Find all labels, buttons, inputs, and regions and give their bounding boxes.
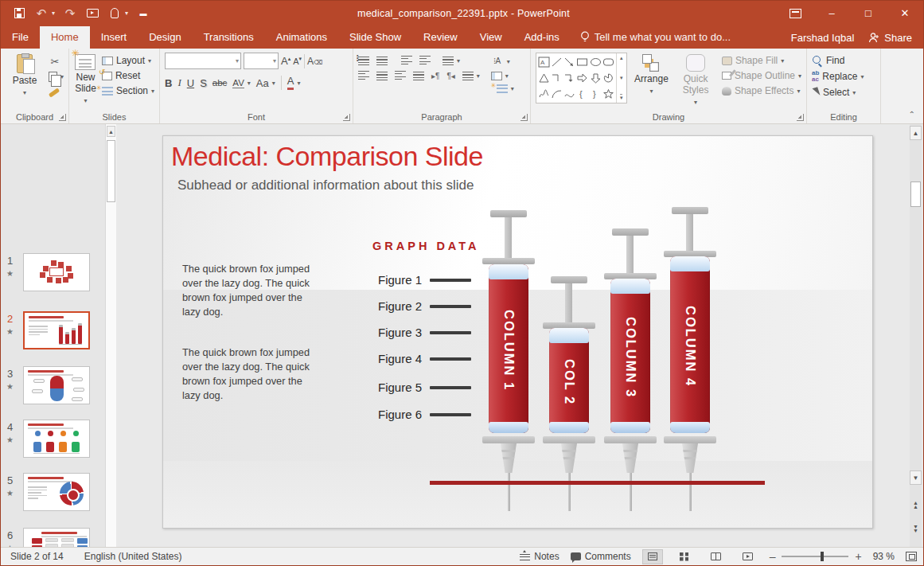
zoom-in-icon[interactable]: +: [855, 551, 861, 562]
thumbnail-scrollbar[interactable]: ▲: [105, 124, 116, 547]
comments-button[interactable]: Comments: [571, 551, 631, 562]
reset-button[interactable]: Reset: [102, 70, 154, 81]
rtl-text-icon[interactable]: ¶◂: [446, 72, 454, 80]
notes-button[interactable]: Notes: [520, 551, 559, 562]
tab-slide-show[interactable]: Slide Show: [338, 26, 412, 49]
language-indicator[interactable]: English (United States): [84, 551, 182, 562]
tab-design[interactable]: Design: [138, 26, 192, 49]
shapes-scroll-down-icon[interactable]: ▾: [620, 75, 623, 81]
text-direction-icon[interactable]: ⦙A: [491, 55, 504, 68]
decrease-indent-icon[interactable]: [401, 56, 412, 65]
shape-effects-button[interactable]: Shape Effects▾: [722, 85, 801, 96]
change-case-button[interactable]: Aa: [256, 77, 269, 89]
format-painter-icon[interactable]: [49, 88, 60, 97]
syringe-column-1[interactable]: COLUMN 1: [489, 136, 528, 529]
undo-icon[interactable]: ↶: [34, 6, 49, 21]
columns-icon[interactable]: [462, 72, 474, 80]
paragraph-dialog-launcher-icon[interactable]: [520, 114, 528, 121]
zoom-level[interactable]: 93 %: [873, 551, 895, 562]
clear-formatting-icon[interactable]: A⌫: [307, 56, 322, 67]
zoom-out-icon[interactable]: –: [770, 551, 776, 562]
shape-right-brace-icon[interactable]: }: [590, 88, 602, 100]
slideshow-view-button[interactable]: [738, 549, 758, 564]
italic-button[interactable]: I: [177, 76, 181, 89]
ltr-text-icon[interactable]: ▸¶: [431, 72, 439, 80]
maximize-icon[interactable]: □: [850, 1, 887, 25]
touch-mode-dropdown-icon[interactable]: ▾: [125, 10, 128, 17]
increase-font-size-icon[interactable]: A▴: [281, 55, 290, 67]
figure-row[interactable]: Figure 3: [354, 326, 481, 339]
body-text-1[interactable]: The quick brown fox jumped over the lazy…: [182, 262, 319, 320]
shape-triangle-icon[interactable]: [538, 72, 550, 84]
increase-indent-icon[interactable]: [419, 56, 431, 65]
ribbon-display-options-icon[interactable]: [777, 1, 813, 25]
shape-scribble-icon[interactable]: [538, 88, 550, 100]
tab-animations[interactable]: Animations: [265, 26, 338, 49]
scroll-up-icon[interactable]: ▲: [910, 126, 922, 140]
convert-smartart-icon[interactable]: [497, 84, 508, 93]
tab-home[interactable]: Home: [40, 26, 90, 49]
redo-icon[interactable]: ↷: [63, 6, 77, 21]
figure-row[interactable]: Figure 1: [354, 273, 481, 287]
fit-slide-to-window-icon[interactable]: [906, 552, 917, 561]
collapse-ribbon-icon[interactable]: ⌃: [909, 110, 915, 119]
underline-button[interactable]: U: [187, 77, 194, 89]
shapes-gallery[interactable]: A { }: [536, 53, 627, 103]
shape-fill-button[interactable]: Shape Fill▾: [722, 55, 801, 66]
syringe-column-2[interactable]: COL 2: [549, 136, 589, 529]
font-color-button[interactable]: A: [287, 76, 294, 90]
shape-curve-icon[interactable]: [563, 88, 575, 100]
strikethrough-button[interactable]: abc: [212, 78, 228, 88]
character-spacing-button[interactable]: AV: [232, 78, 244, 88]
shape-pie-icon[interactable]: [602, 72, 614, 84]
start-slideshow-icon[interactable]: [85, 6, 99, 21]
cut-icon[interactable]: ✂: [49, 55, 61, 68]
tab-review[interactable]: Review: [412, 26, 469, 49]
bold-button[interactable]: B: [165, 77, 172, 89]
layout-button[interactable]: Layout▾: [102, 55, 154, 66]
shape-rectangle-icon[interactable]: [576, 57, 588, 68]
figure-row[interactable]: Figure 2: [354, 299, 481, 313]
tab-insert[interactable]: Insert: [90, 26, 138, 49]
signed-in-user[interactable]: Farshad Iqbal: [791, 32, 855, 44]
shape-oval-icon[interactable]: [590, 57, 602, 68]
shape-outline-button[interactable]: Shape Outline▾: [722, 70, 801, 81]
quick-styles-button[interactable]: Quick Styles ▾: [676, 53, 715, 106]
customize-qat-icon[interactable]: ▬: [136, 6, 150, 21]
tab-view[interactable]: View: [469, 26, 513, 49]
replace-button[interactable]: abacReplace▾: [812, 70, 864, 83]
undo-dropdown-icon[interactable]: ▾: [52, 10, 55, 17]
body-text-2[interactable]: The quick brown fox jumped over the lazy…: [182, 345, 319, 404]
shape-arrow-icon[interactable]: [563, 57, 575, 68]
tab-add-ins[interactable]: Add-ins: [513, 26, 571, 49]
normal-view-button[interactable]: [642, 549, 663, 564]
bullets-icon[interactable]: [358, 57, 369, 65]
clipboard-dialog-launcher-icon[interactable]: [59, 114, 66, 121]
drawing-dialog-launcher-icon[interactable]: [797, 114, 804, 121]
line-spacing-icon[interactable]: [443, 57, 454, 65]
tell-me-box[interactable]: Tell me what you want to do...: [571, 31, 740, 49]
align-left-icon[interactable]: [358, 71, 369, 80]
find-button[interactable]: Find: [812, 55, 864, 66]
zoom-slider-thumb[interactable]: [821, 552, 824, 561]
slide-subtitle[interactable]: Subhead or additional information about …: [177, 178, 474, 193]
shapes-more-icon[interactable]: ▾: [620, 94, 623, 101]
previous-slide-icon[interactable]: ▲▲: [910, 502, 922, 509]
shape-down-arrow-icon[interactable]: [590, 72, 602, 84]
shape-left-brace-icon[interactable]: {: [576, 88, 588, 100]
save-icon[interactable]: [12, 6, 26, 21]
shape-line-icon[interactable]: [551, 57, 563, 68]
new-slide-button[interactable]: New Slide ▾: [74, 53, 97, 104]
scroll-down-icon[interactable]: ▼: [910, 470, 922, 485]
select-button[interactable]: Select▾: [812, 87, 864, 98]
tab-file[interactable]: File: [1, 26, 40, 49]
justify-icon[interactable]: [413, 72, 424, 80]
slide-indicator[interactable]: Slide 2 of 14: [10, 551, 64, 562]
font-size-combobox[interactable]: ▾: [244, 53, 279, 69]
shape-rounded-rectangle-icon[interactable]: [602, 57, 614, 68]
shape-textbox-icon[interactable]: A: [538, 57, 550, 68]
thumbnail-scroll-thumb[interactable]: [107, 140, 115, 202]
zoom-slider[interactable]: [782, 556, 848, 557]
arrange-button[interactable]: Arrange ▾: [632, 53, 672, 95]
minimize-icon[interactable]: –: [813, 1, 850, 25]
